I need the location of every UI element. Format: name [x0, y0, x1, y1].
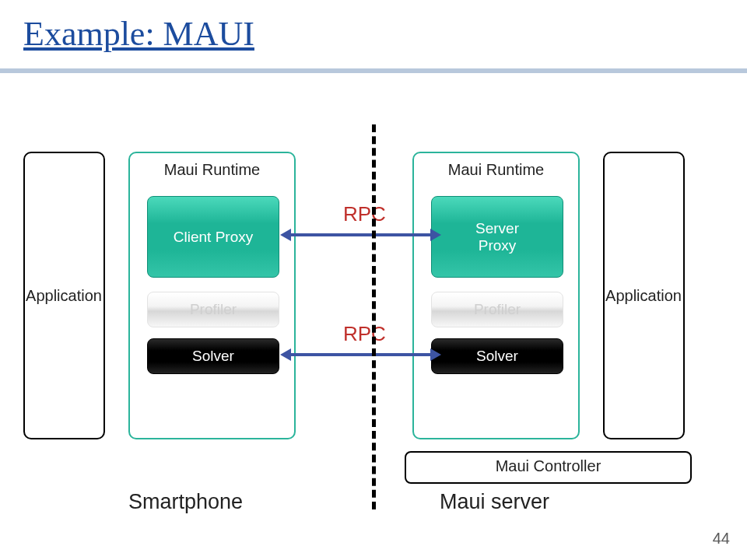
profiler-box-right: Profiler [431, 292, 563, 327]
solver-box-right: Solver [431, 338, 563, 374]
title-rule [0, 68, 747, 73]
server-proxy-box: Server Proxy [431, 196, 563, 278]
client-proxy-box: Client Proxy [147, 196, 279, 278]
runtime-box-right: Maui Runtime Server Proxy Profiler Solve… [412, 152, 580, 439]
maui-server-label: Maui server [440, 490, 549, 514]
slide-title: Example: MAUI [23, 14, 254, 54]
runtime-title-left: Maui Runtime [130, 161, 294, 179]
runtime-box-left: Maui Runtime Client Proxy Profiler Solve… [128, 152, 296, 439]
server-proxy-label: Server Proxy [475, 220, 519, 254]
maui-controller-label: Maui Controller [496, 457, 601, 474]
arrow-head-right-icon [430, 229, 441, 241]
solver-label-left: Solver [192, 348, 234, 365]
smartphone-label: Smartphone [128, 490, 243, 514]
profiler-label-left: Profiler [190, 301, 237, 318]
solver-label-right: Solver [476, 348, 518, 365]
runtime-title-right: Maui Runtime [414, 161, 578, 179]
rpc-label-top: RPC [343, 202, 386, 226]
arrow-head-right-icon [430, 348, 441, 361]
arrow-shaft [289, 353, 432, 356]
arrow-shaft [289, 233, 432, 236]
solver-box-left: Solver [147, 338, 279, 374]
application-label-right: Application [605, 287, 682, 305]
divider-dashed [372, 124, 376, 509]
profiler-box-left: Profiler [147, 292, 279, 327]
client-proxy-label: Client Proxy [174, 229, 253, 246]
maui-controller-box: Maui Controller [405, 451, 692, 484]
page-number: 44 [713, 530, 730, 548]
slide: Example: MAUI Application Maui Runtime C… [0, 0, 747, 560]
profiler-label-right: Profiler [474, 301, 521, 318]
rpc-label-bottom: RPC [343, 322, 386, 346]
application-label-left: Application [26, 287, 102, 305]
